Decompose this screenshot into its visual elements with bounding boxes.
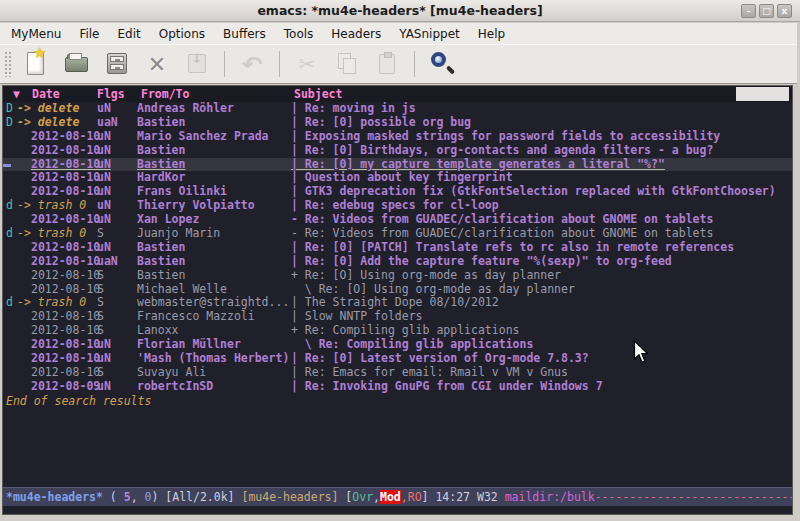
from-cell: Florian Müllner — [137, 338, 291, 352]
mark-cell — [3, 158, 17, 172]
message-row[interactable]: 2012-08-10uNBastien| Re: [0] Birthdays, … — [3, 144, 792, 158]
message-row[interactable]: D-> deleteuNAndreas Röhler| Re: moving i… — [3, 102, 792, 116]
subject-cell: | Slow NNTP folders — [291, 310, 792, 324]
flags-cell: uN — [97, 352, 137, 366]
flags-cell: S — [97, 310, 137, 324]
end-of-results-text: End of search results — [3, 394, 792, 408]
mark-cell — [3, 130, 17, 144]
date-cell: 2012-08-10 — [17, 130, 97, 144]
flags-cell: uN — [97, 199, 137, 213]
flags-cell: uN — [97, 380, 137, 394]
toolbar-separator — [224, 51, 225, 77]
tool-bar: ★✕↓↶✂ — [0, 44, 797, 84]
flags-cell: uN — [97, 144, 137, 158]
undo-icon: ↶ — [236, 49, 268, 79]
message-row[interactable]: 2012-08-09uNrobertcInSD| Re: Invoking Gn… — [3, 380, 792, 394]
message-row[interactable]: 2012-08-10SBastien+ Re: [O] Using org-mo… — [3, 269, 792, 283]
message-row[interactable]: 2012-08-10SLanoxx+ Re: Compiling glib ap… — [3, 324, 792, 338]
menu-yasnippet[interactable]: YASnippet — [390, 25, 469, 43]
menu-tools[interactable]: Tools — [275, 25, 323, 43]
subject-cell: | Re: Invoking GnuPG from CGI under Wind… — [291, 380, 792, 394]
paste-icon — [371, 49, 403, 79]
message-row[interactable]: d-> trash 0uNThierry Volpiatto| Re: edeb… — [3, 199, 792, 213]
from-cell: Suvayu Ali — [137, 366, 291, 380]
message-row[interactable]: 2012-08-10SMichael Welle \ Re: [O] Using… — [3, 283, 792, 297]
message-row[interactable]: 2012-08-10uNXan Lopez- Re: Videos from G… — [3, 213, 792, 227]
modeline-segment-num-violet: 5 — [124, 490, 131, 504]
menu-file[interactable]: File — [70, 25, 108, 43]
menu-help[interactable]: Help — [469, 25, 514, 43]
modeline-segment-plain: ] — [422, 490, 436, 504]
headers-header-line: ▼ Date Flgs From/To Subject — [3, 86, 792, 102]
mark-cell: d — [3, 199, 17, 213]
date-cell: -> trash 0 — [17, 296, 97, 310]
from-cell: Bastien — [137, 144, 291, 158]
subject-cell: | The Straight Dope 08/10/2012 — [291, 296, 792, 310]
open-file-icon[interactable] — [61, 49, 93, 79]
buffer-empty-space — [3, 408, 792, 487]
new-file-icon[interactable]: ★ — [21, 49, 53, 79]
message-row[interactable]: 2012-08-10uN'Mash (Thomas Herbert)| Re: … — [3, 352, 792, 366]
flags-cell: S — [97, 283, 137, 297]
window-title: emacs: *mu4e-headers* [mu4e-headers] — [257, 3, 542, 18]
menu-headers[interactable]: Headers — [322, 25, 390, 43]
menu-options[interactable]: Options — [150, 25, 214, 43]
modeline-segment-plain: ( — [103, 490, 124, 504]
menu-buffers[interactable]: Buffers — [214, 25, 275, 43]
scrollbar-thumb[interactable] — [736, 87, 789, 101]
mark-cell — [3, 352, 17, 366]
message-row-current[interactable]: 2012-08-10uNBastien| Re: [0] my capture … — [3, 158, 792, 172]
subject-cell: | Re: [0] [PATCH] Translate refs to rc a… — [291, 241, 792, 255]
date-cell: 2012-08-10 — [17, 158, 97, 172]
title-bar[interactable]: emacs: *mu4e-headers* [mu4e-headers] -□x — [0, 0, 800, 22]
message-row[interactable]: 2012-08-10SSuvayu Ali| Re: Emacs for ema… — [3, 366, 792, 380]
sort-direction-icon[interactable]: ▼ — [13, 87, 20, 101]
message-row[interactable]: d-> trash 0SJuanjo Marin- Re: Videos fro… — [3, 227, 792, 241]
subject-cell: | Re: moving in js — [291, 102, 792, 116]
column-header-flags: Flgs — [97, 87, 125, 101]
mark-cell — [3, 255, 17, 269]
message-row[interactable]: 2012-08-10SFrancesco Mazzoli| Slow NNTP … — [3, 310, 792, 324]
subject-cell: | Exposing masked strings for password f… — [291, 130, 792, 144]
search-icon[interactable] — [426, 49, 458, 79]
toolbar-grip-handle[interactable] — [4, 51, 12, 77]
subject-cell: \ Re: Compiling glib applications — [291, 338, 792, 352]
modeline-segment-buffer-name: *mu4e-headers* — [6, 490, 103, 504]
minimize-button[interactable]: - — [741, 4, 756, 18]
echo-area[interactable] — [3, 506, 792, 514]
close-buffer-icon[interactable]: ✕ — [141, 49, 173, 79]
menu-mymenu[interactable]: MyMenu — [2, 25, 70, 43]
message-row[interactable]: 2012-08-10uaNBastien| Re: [0] Add the ca… — [3, 255, 792, 269]
message-row[interactable]: d-> trash 0Swebmaster@straightd...| The … — [3, 296, 792, 310]
close-button[interactable]: x — [777, 4, 792, 18]
mark-cell — [3, 269, 17, 283]
message-row[interactable]: 2012-08-10uNHardKor| Question about key … — [3, 171, 792, 185]
modeline-segment-tan: [mu4e-headers] — [241, 490, 345, 504]
message-row[interactable]: 2012-08-10uNFlorian Müllner \ Re: Compil… — [3, 338, 792, 352]
date-cell: 2012-08-09 — [17, 380, 97, 394]
message-row[interactable]: 2012-08-10uNBastien| Re: [0] [PATCH] Tra… — [3, 241, 792, 255]
modeline-segment-plain: , — [131, 490, 145, 504]
date-cell: -> trash 0 — [17, 227, 97, 241]
subject-cell: \ Re: [O] Using org-mode as day planner — [291, 283, 792, 297]
flags-cell: uN — [97, 338, 137, 352]
mode-line[interactable]: *mu4e-headers* ( 5, 0) [All/2.0k] [mu4e-… — [3, 487, 792, 506]
date-cell: -> trash 0 — [17, 199, 97, 213]
date-cell: 2012-08-10 — [17, 310, 97, 324]
modeline-segment-dashes: ----------------------------------------… — [595, 490, 792, 504]
from-cell: Michael Welle — [137, 283, 291, 297]
menu-edit[interactable]: Edit — [109, 25, 150, 43]
message-row[interactable]: 2012-08-10uNMario Sanchez Prada| Exposin… — [3, 130, 792, 144]
maximize-button[interactable]: □ — [759, 4, 774, 18]
mark-cell — [3, 338, 17, 352]
from-cell: Francesco Mazzoli — [137, 310, 291, 324]
from-cell: Bastien — [137, 255, 291, 269]
message-list: D-> deleteuNAndreas Röhler| Re: moving i… — [3, 102, 792, 394]
message-row[interactable]: 2012-08-10uNFrans Oilinki| GTK3 deprecat… — [3, 185, 792, 199]
save-icon[interactable] — [101, 49, 133, 79]
modeline-segment-teal: Ovr — [352, 490, 373, 504]
flags-cell: uN — [97, 213, 137, 227]
date-cell: 2012-08-10 — [17, 338, 97, 352]
from-cell: Bastien — [137, 158, 291, 172]
message-row[interactable]: D-> deleteuaNBastien| Re: [0] possible o… — [3, 116, 792, 130]
